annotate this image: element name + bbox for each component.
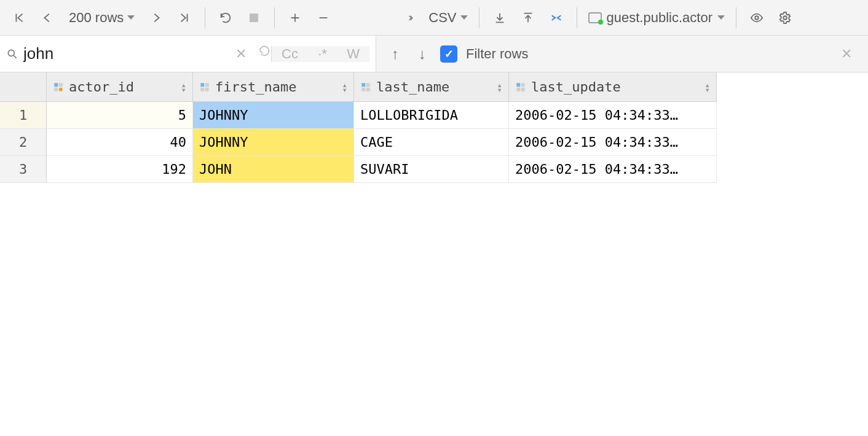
- search-panel: ✕ Cc ·* W: [0, 36, 376, 72]
- database-icon: [588, 12, 602, 23]
- svg-rect-5: [54, 87, 58, 91]
- svg-rect-16: [521, 83, 525, 87]
- settings-button[interactable]: [772, 5, 798, 31]
- search-filter-bar: ✕ Cc ·* W ↑ ↓ ✓ Filter rows ✕: [0, 36, 868, 72]
- filter-rows-checkbox[interactable]: ✓: [440, 45, 457, 63]
- svg-point-1: [783, 16, 787, 20]
- column-header-actor-id[interactable]: actor_id ▴▾: [47, 72, 193, 102]
- search-icon[interactable]: [6, 48, 18, 60]
- column-icon: [360, 82, 371, 93]
- cell-first-name[interactable]: JOHNNY: [193, 129, 354, 156]
- column-name: last_name: [376, 79, 449, 95]
- column-header-last-name[interactable]: last_name ▴▾: [354, 72, 509, 102]
- export-button[interactable]: [515, 5, 541, 31]
- view-button[interactable]: [744, 5, 770, 31]
- svg-rect-3: [54, 83, 58, 87]
- compare-button[interactable]: [543, 5, 569, 31]
- column-name: last_update: [531, 79, 621, 95]
- svg-rect-14: [366, 87, 370, 91]
- column-icon: [199, 82, 210, 93]
- cell-last-update[interactable]: 2006-02-15 04:34:33…: [509, 102, 717, 129]
- regex-toggle[interactable]: ·*: [314, 46, 331, 62]
- svg-rect-12: [366, 83, 370, 87]
- chevron-down-icon: [460, 15, 468, 20]
- sort-icon[interactable]: ▴▾: [181, 82, 186, 92]
- svg-rect-17: [516, 87, 520, 91]
- row-number[interactable]: 1: [0, 102, 47, 129]
- close-search-button[interactable]: ✕: [841, 46, 858, 62]
- svg-rect-4: [59, 83, 63, 87]
- column-name: first_name: [215, 79, 296, 95]
- svg-point-2: [8, 50, 14, 56]
- svg-rect-10: [205, 87, 209, 91]
- svg-rect-7: [200, 83, 204, 87]
- svg-rect-9: [200, 87, 204, 91]
- chevron-down-icon: [127, 15, 135, 20]
- cell-actor-id[interactable]: 5: [47, 102, 193, 129]
- svg-rect-18: [521, 87, 525, 91]
- cell-actor-id[interactable]: 40: [47, 129, 193, 156]
- row-number[interactable]: 2: [0, 129, 47, 156]
- filter-panel: ↑ ↓ ✓ Filter rows ✕: [376, 36, 868, 72]
- sort-icon[interactable]: ▴▾: [342, 82, 347, 92]
- add-row-button[interactable]: [282, 5, 308, 31]
- clear-search-button[interactable]: ✕: [235, 46, 247, 62]
- cell-first-name[interactable]: JOHNNY: [193, 102, 354, 129]
- remove-row-button[interactable]: [310, 5, 336, 31]
- more-actions-button[interactable]: ››: [397, 5, 422, 31]
- cell-last-name[interactable]: CAGE: [354, 129, 509, 156]
- svg-point-0: [755, 16, 759, 20]
- svg-rect-11: [361, 83, 365, 87]
- cell-first-name[interactable]: JOHN: [193, 156, 354, 183]
- search-history-button[interactable]: [258, 45, 271, 63]
- breadcrumb-label: guest.public.actor: [607, 10, 712, 26]
- row-count-dropdown[interactable]: 200 rows: [63, 10, 141, 26]
- next-match-button[interactable]: ↓: [413, 45, 432, 63]
- stop-icon: [250, 14, 258, 22]
- svg-rect-15: [516, 83, 520, 87]
- svg-rect-8: [205, 83, 209, 87]
- row-number-header[interactable]: [0, 72, 47, 102]
- last-page-button[interactable]: [172, 5, 197, 31]
- export-format-label: CSV: [428, 10, 456, 26]
- svg-rect-13: [361, 87, 365, 91]
- cell-last-update[interactable]: 2006-02-15 04:34:33…: [509, 156, 717, 183]
- cell-last-update[interactable]: 2006-02-15 04:34:33…: [509, 129, 717, 156]
- column-name: actor_id: [69, 79, 134, 95]
- cell-last-name[interactable]: SUVARI: [354, 156, 509, 183]
- reload-button[interactable]: [213, 5, 239, 31]
- search-input[interactable]: [23, 44, 208, 63]
- filter-rows-label: Filter rows: [466, 46, 528, 62]
- row-count-label: 200 rows: [69, 10, 124, 26]
- main-toolbar: 200 rows ›› CSV guest.public.: [0, 0, 868, 36]
- stop-button[interactable]: [241, 5, 267, 31]
- prev-page-button[interactable]: [34, 5, 60, 31]
- sort-icon[interactable]: ▴▾: [497, 82, 502, 92]
- cell-last-name[interactable]: LOLLOBRIGIDA: [354, 102, 509, 129]
- prev-match-button[interactable]: ↑: [386, 45, 404, 63]
- row-number[interactable]: 3: [0, 156, 47, 183]
- first-page-button[interactable]: [6, 5, 32, 31]
- chevron-down-icon: [717, 15, 725, 20]
- search-options: Cc ·* W: [271, 46, 369, 62]
- double-chevron-icon: ››: [408, 11, 411, 24]
- data-grid: actor_id ▴▾ first_name ▴▾ last_name ▴▾ l…: [0, 72, 868, 183]
- svg-point-6: [59, 87, 63, 91]
- datasource-breadcrumb[interactable]: guest.public.actor: [585, 10, 728, 26]
- column-icon: [515, 82, 526, 93]
- whole-word-toggle[interactable]: W: [343, 46, 363, 62]
- column-header-last-update[interactable]: last_update ▴▾: [509, 72, 717, 102]
- match-case-toggle[interactable]: Cc: [278, 46, 302, 62]
- column-header-first-name[interactable]: first_name ▴▾: [193, 72, 354, 102]
- next-page-button[interactable]: [143, 5, 169, 31]
- sort-icon[interactable]: ▴▾: [705, 82, 710, 92]
- export-format-dropdown[interactable]: CSV: [425, 10, 471, 26]
- cell-actor-id[interactable]: 192: [47, 156, 193, 183]
- primary-key-column-icon: [53, 82, 64, 93]
- import-button[interactable]: [487, 5, 513, 31]
